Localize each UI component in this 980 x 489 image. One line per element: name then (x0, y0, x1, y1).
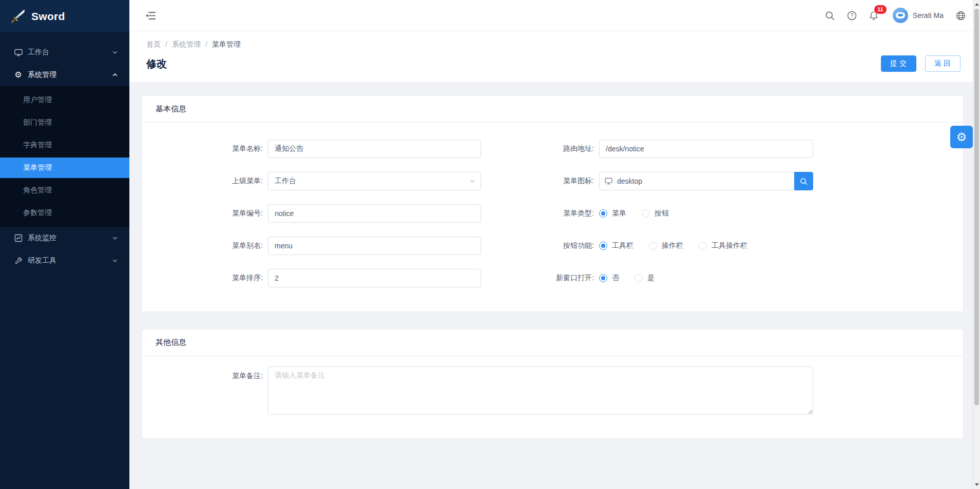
parent-menu-label: 上级菜单: (142, 177, 263, 186)
radio-label: 工具操作栏 (712, 241, 747, 250)
sidebar-item-label: 用户管理 (23, 95, 52, 105)
radio-menu-type-button[interactable]: 按钮 (642, 209, 669, 218)
menu-sort-input[interactable] (268, 269, 481, 287)
breadcrumb: 首页 / 系统管理 / 菜单管理 (146, 31, 960, 49)
svg-text:?: ? (851, 12, 854, 18)
sidebar-item-workbench[interactable]: 工作台 (0, 41, 129, 64)
button-func-radio-group: 工具栏 操作栏 工具操作栏 (599, 241, 813, 250)
radio-label: 否 (612, 273, 619, 283)
menu-type-label: 菜单类型: (481, 209, 594, 218)
sidebar-item-system-monitor[interactable]: 系统监控 (0, 227, 129, 249)
back-button[interactable]: 返回 (925, 55, 960, 72)
help-icon[interactable]: ? (847, 11, 857, 21)
radio-label: 菜单 (612, 209, 626, 218)
menu-sort-label: 菜单排序: (142, 273, 263, 283)
radio-menu-type-menu[interactable]: 菜单 (599, 209, 626, 218)
remark-label: 菜单备注: (142, 366, 263, 381)
sidebar-item-label: 系统监控 (28, 233, 56, 243)
chevron-down-icon (112, 258, 118, 264)
menu-fold-icon[interactable] (145, 11, 156, 20)
sidebar-item-system-mgmt[interactable]: ⚙ 系统管理 (0, 64, 129, 86)
new-window-radio-group: 否 是 (599, 273, 813, 283)
wrench-icon (14, 257, 23, 265)
search-icon (800, 178, 808, 185)
page-header: 首页 / 系统管理 / 菜单管理 修改 提交 返回 (129, 31, 973, 82)
notifications-bell-icon[interactable]: 11 (869, 11, 878, 21)
sidebar-item-menu-mgmt[interactable]: 菜单管理 (0, 158, 129, 178)
sidebar-item-dept-mgmt[interactable]: 部门管理 (0, 112, 129, 133)
radio-label: 操作栏 (662, 241, 683, 250)
remark-textarea[interactable] (268, 366, 813, 415)
vertical-scrollbar[interactable] (973, 0, 980, 489)
scrollbar-thumb[interactable] (974, 9, 979, 405)
search-icon[interactable] (825, 11, 835, 21)
globe-icon[interactable] (956, 11, 966, 21)
section-title-other: 其他信息 (142, 329, 963, 356)
new-window-label: 新窗口打开: (481, 273, 594, 283)
route-label: 路由地址: (481, 144, 594, 153)
section-title-basic: 基本信息 (142, 96, 963, 123)
menu-icon-label: 菜单图标: (481, 177, 594, 186)
chevron-down-icon (112, 49, 118, 55)
breadcrumb-system-mgmt[interactable]: 系统管理 (172, 40, 201, 49)
gear-icon: ⚙ (14, 71, 23, 80)
radio-func-tool-actionbar[interactable]: 工具操作栏 (699, 241, 747, 250)
navbar-actions: ? 11 Serati Ma (813, 8, 966, 23)
parent-menu-select[interactable] (268, 172, 481, 190)
sidebar-item-label: 研发工具 (28, 256, 56, 265)
breadcrumb-separator: / (205, 40, 207, 49)
radio-func-toolbar[interactable]: 工具栏 (599, 241, 633, 250)
page-content: 基本信息 菜单名称: 路由地址: 上级菜单: (129, 82, 973, 439)
sidebar-menu: 工作台 ⚙ 系统管理 用户管理 部门管理 字典管理 菜单管理 角色管理 参数管理… (0, 32, 129, 272)
sword-icon (10, 9, 26, 24)
breadcrumb-home[interactable]: 首页 (146, 40, 161, 49)
sidebar-submenu-system: 用户管理 部门管理 字典管理 菜单管理 角色管理 参数管理 (0, 86, 129, 227)
menu-icon-input[interactable] (599, 172, 794, 190)
icon-search-button[interactable] (794, 172, 813, 190)
radio-label: 是 (647, 273, 655, 283)
radio-label: 工具栏 (612, 241, 633, 250)
radio-new-window-no[interactable]: 否 (599, 273, 619, 283)
top-navbar: ? 11 Serati Ma (129, 0, 973, 31)
notification-badge: 11 (874, 5, 887, 14)
sidebar-item-user-mgmt[interactable]: 用户管理 (0, 90, 129, 110)
theme-settings-button[interactable]: ⚙ (950, 126, 973, 148)
sidebar-item-label: 部门管理 (23, 118, 52, 127)
sidebar-item-role-mgmt[interactable]: 角色管理 (0, 180, 129, 201)
sidebar-item-label: 工作台 (28, 48, 49, 57)
sidebar-item-label: 参数管理 (23, 208, 52, 218)
chart-icon (14, 234, 23, 243)
radio-func-actionbar[interactable]: 操作栏 (649, 241, 683, 250)
menu-name-label: 菜单名称: (142, 144, 263, 153)
button-func-label: 按钮功能: (481, 241, 594, 250)
menu-code-input[interactable] (268, 204, 481, 223)
basic-info-card: 基本信息 菜单名称: 路由地址: 上级菜单: (142, 95, 964, 312)
menu-alias-input[interactable] (268, 237, 481, 255)
sidebar-item-label: 角色管理 (23, 186, 52, 195)
monitor-icon (605, 177, 612, 185)
scroll-down-arrow[interactable] (973, 480, 980, 489)
chevron-down-icon (112, 235, 118, 241)
avatar[interactable] (893, 8, 908, 23)
sidebar-item-param-mgmt[interactable]: 参数管理 (0, 203, 129, 223)
chevron-up-icon (112, 72, 118, 78)
sidebar-item-dev-tools[interactable]: 研发工具 (0, 249, 129, 272)
menu-code-label: 菜单编号: (142, 209, 263, 218)
scroll-up-arrow[interactable] (973, 0, 980, 9)
user-name[interactable]: Serati Ma (913, 11, 944, 19)
main-area: ? 11 Serati Ma 首页 / 系统管理 / 菜单管理 修改 提交 (129, 0, 973, 439)
sidebar-item-label: 菜单管理 (23, 163, 52, 172)
monitor-icon (14, 48, 23, 57)
sidebar-item-label: 字典管理 (23, 141, 52, 150)
menu-alias-label: 菜单别名: (142, 241, 263, 250)
page-title: 修改 (146, 57, 167, 71)
radio-new-window-yes[interactable]: 是 (635, 273, 655, 283)
app-logo[interactable]: Sword (0, 0, 129, 32)
gear-icon: ⚙ (956, 131, 967, 143)
other-info-card: 其他信息 菜单备注: (142, 329, 964, 439)
submit-button[interactable]: 提交 (881, 55, 916, 72)
route-input[interactable] (599, 140, 813, 158)
menu-name-input[interactable] (268, 140, 481, 158)
sidebar-item-dict-mgmt[interactable]: 字典管理 (0, 135, 129, 155)
radio-label: 按钮 (655, 209, 669, 218)
